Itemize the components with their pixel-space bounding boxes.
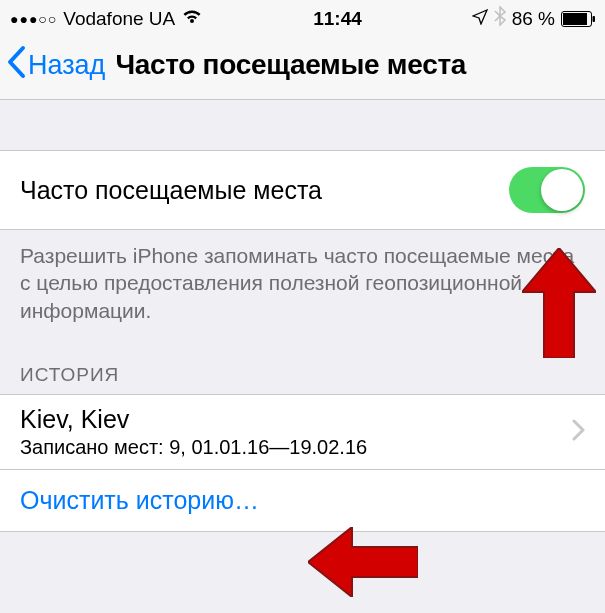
- status-right: 86 %: [472, 6, 595, 31]
- history-item[interactable]: Kiev, Kiev Записано мест: 9, 01.01.16—19…: [0, 394, 605, 470]
- svg-rect-2: [593, 16, 596, 22]
- chevron-left-icon: [6, 45, 26, 85]
- chevron-right-icon: [571, 416, 585, 448]
- location-icon: [472, 8, 488, 30]
- history-item-subtitle: Записано мест: 9, 01.01.16—19.02.16: [20, 436, 571, 459]
- signal-dots-icon: ●●●○○: [10, 11, 57, 27]
- annotation-arrow-up-icon: [522, 248, 596, 358]
- battery-percent: 86 %: [512, 8, 555, 30]
- back-label: Назад: [28, 50, 105, 81]
- carrier-label: Vodafone UA: [63, 8, 175, 30]
- nav-bar: Назад Часто посещаемые места: [0, 35, 605, 100]
- wifi-icon: [181, 8, 203, 30]
- toggle-label: Часто посещаемые места: [20, 176, 509, 205]
- battery-icon: [561, 11, 595, 27]
- annotation-arrow-left-icon: [308, 527, 418, 597]
- status-bar: ●●●○○ Vodafone UA 11:44 86 %: [0, 0, 605, 35]
- back-button[interactable]: Назад: [6, 45, 105, 85]
- status-left: ●●●○○ Vodafone UA: [10, 8, 203, 30]
- history-header: ИСТОРИЯ: [0, 342, 605, 394]
- status-time: 11:44: [313, 8, 362, 30]
- clear-history-button[interactable]: Очистить историю…: [0, 470, 605, 532]
- history-item-title: Kiev, Kiev: [20, 405, 571, 434]
- svg-rect-1: [563, 13, 587, 25]
- frequent-locations-toggle[interactable]: [509, 167, 585, 213]
- page-title: Часто посещаемые места: [115, 49, 466, 81]
- toggle-knob: [541, 169, 583, 211]
- bluetooth-icon: [494, 6, 506, 31]
- spacer: [0, 100, 605, 150]
- toggle-description: Разрешить iPhone запоминать часто посеща…: [0, 230, 605, 342]
- toggle-cell: Часто посещаемые места: [0, 150, 605, 230]
